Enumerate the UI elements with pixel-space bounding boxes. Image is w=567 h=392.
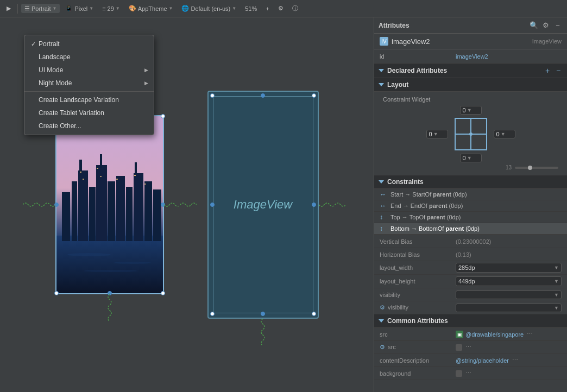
layout-height-value: 449dp [458,278,475,284]
tablet-handle-ml[interactable] [210,203,215,207]
tablet-device: ImageView [207,91,319,319]
layout-width-row: layout_width 285dp ▼ [374,261,567,275]
visibility-arrow: ▼ [554,292,559,298]
background-end-button[interactable]: ⋯ [464,370,472,377]
constraint-left-box[interactable]: 0 ▼ [426,130,448,138]
declared-triangle [379,69,384,72]
tablet-handle-br[interactable] [312,312,316,316]
menu-item-create-tablet-label: Create Tablet Variation [39,109,145,117]
vertical-bias-num: (0.23000002) [456,238,491,245]
tablet-handle-tr[interactable] [312,93,316,98]
declared-add-button[interactable]: + [543,66,552,75]
api-button[interactable]: ≡ 29 ▼ [99,4,123,13]
orientation-label: Portrait [32,5,51,12]
orientation-button[interactable]: ☰ Portrait ▼ [21,4,60,13]
attr-search-button[interactable]: 🔍 [529,21,539,30]
constraint-top-box[interactable]: 0 ▼ [460,106,482,115]
zoom-button[interactable]: 51% [242,4,260,13]
main-toolbar: ▶ ☰ Portrait ▼ 📱 Pixel ▼ ≡ 29 ▼ 🎨 AppThe… [0,0,567,17]
declared-section-header[interactable]: Declared Attributes + − [374,64,567,78]
constraints-list: ↔ Start → StartOf parent (0dp) ↔ End → E… [374,189,567,235]
warning-button[interactable]: ⓘ [289,3,301,14]
declared-remove-button[interactable]: − [554,66,563,75]
locale-label: Default (en-us) [191,5,230,12]
src-end-button[interactable]: ⋯ [526,331,533,338]
menu-item-night-mode[interactable]: Night Mode [24,77,154,90]
menu-item-create-other-label: Create Other... [39,122,145,130]
visibility2-select[interactable]: ▼ [456,304,562,312]
svg-rect-1 [56,236,163,293]
src-content: ▣ @drawable/singapore ⋯ [456,331,562,338]
bias-row: 13 [383,162,558,170]
tablet-handle-mt[interactable] [261,93,265,98]
tablet-handle-mr[interactable] [312,203,316,207]
orientation-dropdown: ✓ Portrait Landscape UI Mode Night Mode [24,35,154,135]
background-row: background ⋯ [374,367,567,380]
tablet-constraint-right [319,201,346,208]
menu-item-landscape-label: Landscape [39,53,145,61]
svg-point-24 [114,262,152,264]
svg-rect-16 [80,172,81,173]
orientation-arrow: ▼ [52,6,56,11]
component-name: imageView2 [392,37,532,46]
theme-button[interactable]: 🎨 AppTheme ▼ [125,4,177,13]
constraint-top-row: 0 ▼ [460,106,482,115]
bias-num-left: 13 [506,165,512,170]
layout-width-select[interactable]: 285dp ▼ [456,263,562,273]
src2-row: ⚙ src ⋯ [374,341,567,354]
handle-br[interactable] [161,291,165,295]
menu-item-night-mode-label: Night Mode [39,79,145,87]
svg-point-23 [67,253,111,256]
content-desc-end-button[interactable]: ⋯ [511,357,519,364]
api-label: 29 [108,5,114,12]
component-icon: IV [380,37,388,46]
locale-button[interactable]: 🌐 Default (en-us) ▼ [178,4,240,13]
layout-height-row: layout_height 449dp ▼ [374,275,567,288]
svg-rect-14 [144,181,152,241]
api-arrow: ▼ [116,6,120,11]
tablet-handle-tl[interactable] [210,93,215,98]
device-button[interactable]: 📱 Pixel ▼ [62,4,97,13]
src2-icon [456,344,462,351]
layout-label: Layout [387,81,563,88]
city-svg [56,116,163,293]
constraint-bottom-box[interactable]: 0 ▼ [460,154,482,162]
menu-item-landscape[interactable]: Landscape [24,50,154,64]
menu-item-create-tablet[interactable]: Create Tablet Variation [24,106,154,119]
menu-item-ui-mode[interactable]: UI Mode [24,64,154,77]
constraints-section-header[interactable]: Constraints [374,175,567,189]
constraint-start: ↔ Start → StartOf parent (0dp) [374,189,567,200]
menu-item-portrait[interactable]: ✓ Portrait [24,37,154,50]
canvas-area: ✓ Portrait Landscape UI Mode Night Mode [0,17,374,392]
attr-close-button[interactable]: − [553,21,563,30]
handle-bl[interactable] [54,291,59,295]
background-content: ⋯ [456,370,562,377]
separator-1 [17,4,18,14]
layout-section-header[interactable]: Layout [374,78,567,92]
bias-slider[interactable] [515,167,558,169]
constraint-left-arrow: ▼ [433,131,438,137]
constraint-top-arrow: ▼ [467,108,472,113]
menu-item-create-landscape[interactable]: Create Landscape Variation [24,93,154,106]
visibility2-arrow: ▼ [554,305,559,311]
horizontal-bias-label: Horizontal Bias [380,251,456,258]
svg-rect-8 [100,154,102,168]
theme-label: AppTheme [138,5,167,12]
tablet-handle-mb[interactable] [261,312,265,316]
menu-item-create-other[interactable]: Create Other... [24,119,154,132]
constraint-right-box[interactable]: 0 ▼ [494,130,515,138]
src2-end-button[interactable]: ⋯ [464,344,472,351]
svg-rect-21 [134,175,136,176]
tablet-constraint-bottom [260,319,266,346]
run-button[interactable]: ▶ [3,4,14,13]
layout-height-select[interactable]: 449dp ▼ [456,276,562,286]
settings-button[interactable]: ⚙ [275,4,287,13]
handle-tr[interactable] [161,114,165,118]
add-button[interactable]: + [262,4,272,13]
zoom-label: 51% [245,5,257,12]
panel-scroll[interactable]: Declared Attributes + − Layout Constrain… [374,64,567,392]
common-section-header[interactable]: Common Attributes [374,314,567,328]
tablet-handle-bl[interactable] [210,312,215,316]
attr-settings-button[interactable]: ⚙ [541,21,551,30]
visibility-select[interactable]: ▼ [456,290,562,299]
